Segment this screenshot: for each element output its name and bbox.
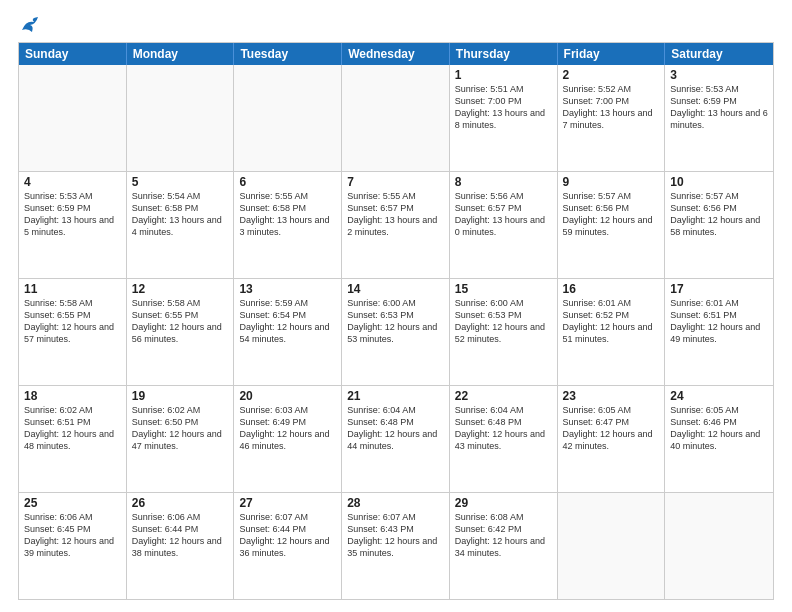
cal-cell: [234, 65, 342, 171]
cell-info: Sunrise: 6:05 AM Sunset: 6:46 PM Dayligh…: [670, 404, 768, 453]
day-number: 3: [670, 68, 768, 82]
day-number: 12: [132, 282, 229, 296]
page: SundayMondayTuesdayWednesdayThursdayFrid…: [0, 0, 792, 612]
day-number: 21: [347, 389, 444, 403]
cell-info: Sunrise: 6:00 AM Sunset: 6:53 PM Dayligh…: [347, 297, 444, 346]
day-number: 15: [455, 282, 552, 296]
week-row-5: 25Sunrise: 6:06 AM Sunset: 6:45 PM Dayli…: [19, 493, 773, 599]
cal-cell: 21Sunrise: 6:04 AM Sunset: 6:48 PM Dayli…: [342, 386, 450, 492]
cell-info: Sunrise: 5:55 AM Sunset: 6:57 PM Dayligh…: [347, 190, 444, 239]
cell-info: Sunrise: 5:59 AM Sunset: 6:54 PM Dayligh…: [239, 297, 336, 346]
cal-cell: 14Sunrise: 6:00 AM Sunset: 6:53 PM Dayli…: [342, 279, 450, 385]
day-header-saturday: Saturday: [665, 43, 773, 65]
day-header-thursday: Thursday: [450, 43, 558, 65]
day-number: 20: [239, 389, 336, 403]
cell-info: Sunrise: 6:04 AM Sunset: 6:48 PM Dayligh…: [455, 404, 552, 453]
day-number: 9: [563, 175, 660, 189]
day-number: 17: [670, 282, 768, 296]
logo: [18, 16, 42, 34]
day-header-sunday: Sunday: [19, 43, 127, 65]
cal-cell: 27Sunrise: 6:07 AM Sunset: 6:44 PM Dayli…: [234, 493, 342, 599]
day-number: 27: [239, 496, 336, 510]
cal-cell: 11Sunrise: 5:58 AM Sunset: 6:55 PM Dayli…: [19, 279, 127, 385]
day-number: 8: [455, 175, 552, 189]
cell-info: Sunrise: 6:06 AM Sunset: 6:44 PM Dayligh…: [132, 511, 229, 560]
cal-cell: [127, 65, 235, 171]
cal-cell: 20Sunrise: 6:03 AM Sunset: 6:49 PM Dayli…: [234, 386, 342, 492]
cal-cell: 18Sunrise: 6:02 AM Sunset: 6:51 PM Dayli…: [19, 386, 127, 492]
cell-info: Sunrise: 5:55 AM Sunset: 6:58 PM Dayligh…: [239, 190, 336, 239]
day-number: 10: [670, 175, 768, 189]
cal-cell: [19, 65, 127, 171]
day-number: 5: [132, 175, 229, 189]
cell-info: Sunrise: 5:58 AM Sunset: 6:55 PM Dayligh…: [24, 297, 121, 346]
day-number: 26: [132, 496, 229, 510]
cell-info: Sunrise: 6:01 AM Sunset: 6:52 PM Dayligh…: [563, 297, 660, 346]
calendar: SundayMondayTuesdayWednesdayThursdayFrid…: [18, 42, 774, 600]
cell-info: Sunrise: 6:02 AM Sunset: 6:50 PM Dayligh…: [132, 404, 229, 453]
day-header-friday: Friday: [558, 43, 666, 65]
cal-cell: 22Sunrise: 6:04 AM Sunset: 6:48 PM Dayli…: [450, 386, 558, 492]
day-header-tuesday: Tuesday: [234, 43, 342, 65]
cal-cell: 1Sunrise: 5:51 AM Sunset: 7:00 PM Daylig…: [450, 65, 558, 171]
cal-cell: 5Sunrise: 5:54 AM Sunset: 6:58 PM Daylig…: [127, 172, 235, 278]
day-number: 22: [455, 389, 552, 403]
calendar-body: 1Sunrise: 5:51 AM Sunset: 7:00 PM Daylig…: [19, 65, 773, 599]
day-number: 23: [563, 389, 660, 403]
cal-cell: 23Sunrise: 6:05 AM Sunset: 6:47 PM Dayli…: [558, 386, 666, 492]
day-number: 25: [24, 496, 121, 510]
day-number: 18: [24, 389, 121, 403]
cal-cell: 12Sunrise: 5:58 AM Sunset: 6:55 PM Dayli…: [127, 279, 235, 385]
day-header-monday: Monday: [127, 43, 235, 65]
cal-cell: 29Sunrise: 6:08 AM Sunset: 6:42 PM Dayli…: [450, 493, 558, 599]
day-number: 1: [455, 68, 552, 82]
week-row-4: 18Sunrise: 6:02 AM Sunset: 6:51 PM Dayli…: [19, 386, 773, 493]
cal-cell: 24Sunrise: 6:05 AM Sunset: 6:46 PM Dayli…: [665, 386, 773, 492]
cell-info: Sunrise: 5:57 AM Sunset: 6:56 PM Dayligh…: [563, 190, 660, 239]
logo-text: [18, 16, 42, 34]
cal-cell: 26Sunrise: 6:06 AM Sunset: 6:44 PM Dayli…: [127, 493, 235, 599]
cal-cell: 10Sunrise: 5:57 AM Sunset: 6:56 PM Dayli…: [665, 172, 773, 278]
cal-cell: 6Sunrise: 5:55 AM Sunset: 6:58 PM Daylig…: [234, 172, 342, 278]
cell-info: Sunrise: 5:51 AM Sunset: 7:00 PM Dayligh…: [455, 83, 552, 132]
day-number: 13: [239, 282, 336, 296]
cell-info: Sunrise: 6:03 AM Sunset: 6:49 PM Dayligh…: [239, 404, 336, 453]
day-number: 7: [347, 175, 444, 189]
week-row-2: 4Sunrise: 5:53 AM Sunset: 6:59 PM Daylig…: [19, 172, 773, 279]
cell-info: Sunrise: 5:53 AM Sunset: 6:59 PM Dayligh…: [24, 190, 121, 239]
cal-cell: 17Sunrise: 6:01 AM Sunset: 6:51 PM Dayli…: [665, 279, 773, 385]
day-number: 19: [132, 389, 229, 403]
cal-cell: 19Sunrise: 6:02 AM Sunset: 6:50 PM Dayli…: [127, 386, 235, 492]
cell-info: Sunrise: 6:07 AM Sunset: 6:44 PM Dayligh…: [239, 511, 336, 560]
cell-info: Sunrise: 6:08 AM Sunset: 6:42 PM Dayligh…: [455, 511, 552, 560]
cal-cell: 28Sunrise: 6:07 AM Sunset: 6:43 PM Dayli…: [342, 493, 450, 599]
day-number: 6: [239, 175, 336, 189]
day-number: 4: [24, 175, 121, 189]
cell-info: Sunrise: 6:04 AM Sunset: 6:48 PM Dayligh…: [347, 404, 444, 453]
cal-cell: 13Sunrise: 5:59 AM Sunset: 6:54 PM Dayli…: [234, 279, 342, 385]
day-number: 11: [24, 282, 121, 296]
week-row-1: 1Sunrise: 5:51 AM Sunset: 7:00 PM Daylig…: [19, 65, 773, 172]
cal-cell: [665, 493, 773, 599]
cell-info: Sunrise: 5:53 AM Sunset: 6:59 PM Dayligh…: [670, 83, 768, 132]
day-number: 2: [563, 68, 660, 82]
cal-cell: [342, 65, 450, 171]
cell-info: Sunrise: 6:05 AM Sunset: 6:47 PM Dayligh…: [563, 404, 660, 453]
cell-info: Sunrise: 6:01 AM Sunset: 6:51 PM Dayligh…: [670, 297, 768, 346]
cal-cell: 16Sunrise: 6:01 AM Sunset: 6:52 PM Dayli…: [558, 279, 666, 385]
day-number: 29: [455, 496, 552, 510]
cal-cell: 7Sunrise: 5:55 AM Sunset: 6:57 PM Daylig…: [342, 172, 450, 278]
cal-cell: 3Sunrise: 5:53 AM Sunset: 6:59 PM Daylig…: [665, 65, 773, 171]
cal-cell: 4Sunrise: 5:53 AM Sunset: 6:59 PM Daylig…: [19, 172, 127, 278]
cell-info: Sunrise: 5:57 AM Sunset: 6:56 PM Dayligh…: [670, 190, 768, 239]
calendar-header: SundayMondayTuesdayWednesdayThursdayFrid…: [19, 43, 773, 65]
cal-cell: 15Sunrise: 6:00 AM Sunset: 6:53 PM Dayli…: [450, 279, 558, 385]
cal-cell: 25Sunrise: 6:06 AM Sunset: 6:45 PM Dayli…: [19, 493, 127, 599]
cal-cell: 2Sunrise: 5:52 AM Sunset: 7:00 PM Daylig…: [558, 65, 666, 171]
header: [18, 16, 774, 34]
day-number: 14: [347, 282, 444, 296]
day-header-wednesday: Wednesday: [342, 43, 450, 65]
cell-info: Sunrise: 6:07 AM Sunset: 6:43 PM Dayligh…: [347, 511, 444, 560]
day-number: 28: [347, 496, 444, 510]
cell-info: Sunrise: 5:58 AM Sunset: 6:55 PM Dayligh…: [132, 297, 229, 346]
